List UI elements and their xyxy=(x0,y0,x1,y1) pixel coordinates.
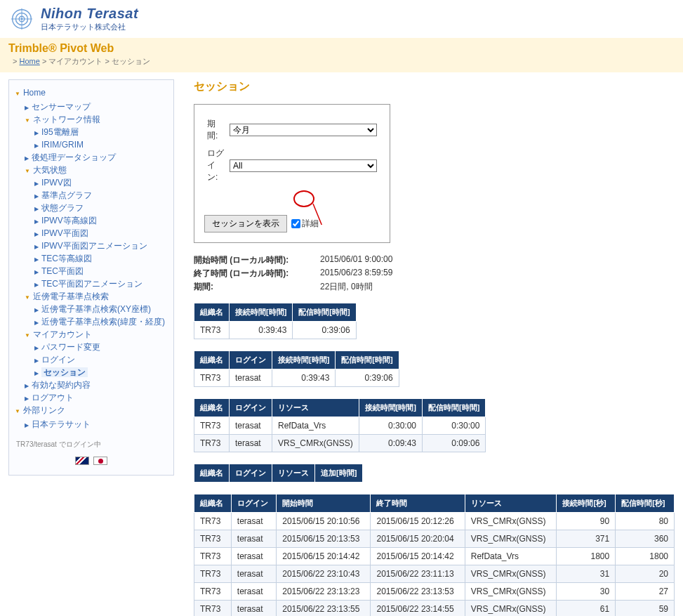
breadcrumb-current: セッション xyxy=(112,57,150,65)
table-cell: TR73 xyxy=(194,369,230,387)
table-row: TR73terasat0:39:430:39:06 xyxy=(194,369,399,387)
table-cell: 1800 xyxy=(616,548,675,565)
table-cell: VRS_CMRx(GNSS) xyxy=(465,565,557,583)
nav-item[interactable]: 基準点グラフ xyxy=(41,190,92,200)
table-cell: TR73 xyxy=(194,601,232,617)
table-header: 接続時間[秒] xyxy=(557,494,616,513)
nav-item[interactable]: TEC平面図アニメーション xyxy=(41,279,142,289)
start-time-label: 開始時間 (ローカル時間): xyxy=(194,254,320,266)
nav-item[interactable]: IPWV図 xyxy=(41,178,72,188)
period-label: 期間: xyxy=(206,116,227,144)
table-cell: TR73 xyxy=(194,322,230,339)
detail-checkbox[interactable] xyxy=(291,219,300,228)
nav-item[interactable]: セッション xyxy=(41,367,88,377)
table-cell: 2015/06/22 23:13:53 xyxy=(371,583,465,601)
table-cell: TR73 xyxy=(194,417,230,435)
summary-table-1: 組織名接続時間[時間]配信時間[時間]TR730:39:430:39:06 xyxy=(194,303,357,339)
table-row: TR730:39:430:39:06 xyxy=(194,322,357,339)
table-cell: terasat xyxy=(230,369,272,387)
table-header: リソース xyxy=(272,464,315,483)
table-cell: 2015/06/15 20:14:42 xyxy=(277,548,371,565)
table-cell: 90 xyxy=(557,513,616,530)
breadcrumb: > Home > マイアカウント > セッション xyxy=(8,55,675,71)
table-cell: RefData_Vrs xyxy=(465,548,557,565)
nav-item[interactable]: 外部リンク xyxy=(23,405,65,415)
table-header: 配信時間[時間] xyxy=(293,303,356,322)
nav-item[interactable]: I95電離層 xyxy=(41,127,79,137)
nav-item[interactable]: 近傍電子基準点検索 xyxy=(33,291,109,301)
table-header: ログイン xyxy=(231,494,276,513)
nav-item[interactable]: IPWV平面図アニメーション xyxy=(41,241,147,251)
detail-table: 組織名ログイン開始時間終了時間リソース接続時間[秒]配信時間[秒]TR73ter… xyxy=(194,494,675,616)
nav-item[interactable]: 大気状態 xyxy=(33,165,67,175)
table-cell: 0:39:06 xyxy=(293,322,356,339)
show-sessions-button[interactable]: セッションを表示 xyxy=(204,215,287,232)
nav-item[interactable]: パスワード変更 xyxy=(41,342,100,352)
table-cell: 20 xyxy=(616,565,675,583)
table-cell: terasat xyxy=(230,417,272,435)
nav-item[interactable]: TEC等高線図 xyxy=(41,254,92,263)
nav-item[interactable]: 状態グラフ xyxy=(41,203,84,213)
end-time-label: 終了時間 (ローカル時間): xyxy=(194,268,320,280)
nav-item[interactable]: IRIM/GRIM xyxy=(41,140,84,150)
title-bar: Trimble® Pivot Web > Home > マイアカウント > セッ… xyxy=(0,38,683,72)
table-cell: 0:09:43 xyxy=(359,435,422,452)
table-cell: 0:39:43 xyxy=(272,369,336,387)
table-header: 配信時間[時間] xyxy=(336,351,399,369)
table-header: 組織名 xyxy=(194,303,230,322)
info-block: 開始時間 (ローカル時間): 2015/06/01 9:00:00 終了時間 (… xyxy=(194,254,675,293)
table-header: リソース xyxy=(272,399,359,417)
table-cell: 30 xyxy=(557,583,616,601)
breadcrumb-home[interactable]: Home xyxy=(20,57,40,65)
table-row: TR73terasatVRS_CMRx(GNSS)0:09:430:09:06 xyxy=(194,435,486,452)
table-cell: RefData_Vrs xyxy=(272,417,359,435)
flag-uk-icon[interactable] xyxy=(75,457,89,465)
nav: Homeセンサーマップネットワーク情報I95電離層IRIM/GRIM後処理データ… xyxy=(15,87,168,431)
nav-item[interactable]: 後処理データショップ xyxy=(32,152,116,162)
table-cell: 360 xyxy=(616,530,675,548)
nav-item[interactable]: ネットワーク情報 xyxy=(33,114,100,124)
login-select[interactable]: All xyxy=(230,159,377,172)
logo-text-sub: 日本テラサット株式会社 xyxy=(41,22,138,32)
table-cell: 80 xyxy=(616,513,675,530)
flag-jp-icon[interactable] xyxy=(93,457,107,465)
table-cell: 1800 xyxy=(557,548,616,565)
breadcrumb-sep: > xyxy=(42,57,46,65)
login-label: ログイン: xyxy=(206,145,227,185)
table-header: 組織名 xyxy=(194,494,232,513)
logo-text-main: Nihon Terasat xyxy=(41,6,138,22)
table-header: ログイン xyxy=(230,351,272,369)
period-select[interactable]: 今月 xyxy=(230,124,377,136)
nav-item[interactable]: IPWV等高線図 xyxy=(41,216,97,225)
duration-label: 期間: xyxy=(194,281,320,293)
nav-item[interactable]: ログアウト xyxy=(32,393,74,402)
nav-item[interactable]: 近傍電子基準点検索(緯度・経度) xyxy=(41,317,165,327)
table-cell: terasat xyxy=(231,548,276,565)
end-time-value: 2015/06/23 8:59:59 xyxy=(320,268,392,280)
table-cell: 0:30:00 xyxy=(423,417,486,435)
table-cell: VRS_CMRx(GNSS) xyxy=(465,601,557,617)
nav-item[interactable]: ログイン xyxy=(41,355,75,365)
nav-item[interactable]: 近傍電子基準点検索(XY座標) xyxy=(41,304,151,314)
table-cell: VRS_CMRx(GNSS) xyxy=(465,530,557,548)
table-row: TR73terasat2015/06/22 23:13:552015/06/22… xyxy=(194,601,675,617)
nav-item[interactable]: Home xyxy=(23,88,46,98)
nav-item[interactable]: マイアカウント xyxy=(33,329,92,339)
nav-item[interactable]: 有効な契約内容 xyxy=(32,380,91,390)
table-cell: terasat xyxy=(231,513,276,530)
table-row: TR73terasat2015/06/15 20:13:532015/06/15… xyxy=(194,530,675,548)
table-row: TR73terasat2015/06/22 23:10:432015/06/22… xyxy=(194,565,675,583)
nav-item[interactable]: TEC平面図 xyxy=(41,266,84,276)
table-cell: 0:09:06 xyxy=(423,435,486,452)
table-cell: terasat xyxy=(231,601,276,617)
table-cell: TR73 xyxy=(194,583,232,601)
table-cell: 2015/06/15 20:12:26 xyxy=(371,513,465,530)
sidebar: Homeセンサーマップネットワーク情報I95電離層IRIM/GRIM後処理データ… xyxy=(8,79,174,476)
table-cell: 2015/06/22 23:13:23 xyxy=(277,583,371,601)
table-cell: 27 xyxy=(616,583,675,601)
nav-item[interactable]: 日本テラサット xyxy=(32,419,91,429)
table-row: TR73terasat2015/06/15 20:10:562015/06/15… xyxy=(194,513,675,530)
nav-item[interactable]: IPWV平面図 xyxy=(41,228,88,238)
nav-item[interactable]: センサーマップ xyxy=(32,102,91,112)
table-cell: 2015/06/15 20:20:04 xyxy=(371,530,465,548)
